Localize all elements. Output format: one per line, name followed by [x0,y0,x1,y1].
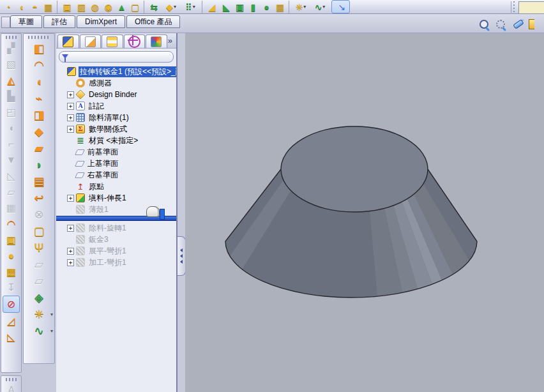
tree-item[interactable]: + 除料清單(1) [56,112,176,123]
boundary-icon[interactable]: ▙ [1,88,21,104]
extrude-ref-icon[interactable]: ▧ [1,56,21,72]
tree-item[interactable]: + 前基準面 [56,146,176,158]
forming-tool-icon[interactable]: ▣ [1,232,21,248]
toolbar-drag-handle[interactable] [511,1,517,13]
tree-item[interactable]: + 右基準面 [56,169,176,181]
commandmanager-tab[interactable]: DimXpert [77,15,125,28]
tree-item[interactable]: + 除料-旋轉1 [56,222,176,234]
jog-icon[interactable]: ⌁ [24,90,54,107]
clipped-tool-icon[interactable] [529,19,540,31]
expand-toggle[interactable]: + [67,91,74,98]
revolved-cut-icon[interactable]: ◉ [102,1,115,13]
draft-icon[interactable]: ◣ [220,1,233,13]
propertymanager-tab[interactable] [80,34,102,48]
displaymanager-tab[interactable] [146,34,167,48]
tree-item[interactable]: + 塡料-伸長1 [56,192,176,204]
fillet-icon[interactable]: ◆ [162,1,181,13]
plane-tool-icon[interactable]: ▱ [1,184,21,200]
expand-toggle[interactable]: + [67,114,74,121]
reference-geometry-icon[interactable]: ✳ [289,1,310,13]
base-flange-icon[interactable]: ◧ [24,40,54,57]
flatten-tool-icon[interactable]: ◺ [1,168,21,184]
expand-toggle[interactable]: + [67,248,74,255]
tab-feature-icon[interactable]: ▤ [24,173,54,190]
wrap-icon[interactable]: ▤ [42,1,55,13]
corner-trim-icon[interactable]: ▱ [24,256,54,273]
sketched-bend-icon[interactable]: ◖ [24,73,54,90]
swept-boss-icon[interactable]: ◔ [1,1,15,13]
flat-pattern-icon[interactable]: ▰ [24,140,54,156]
no-bends-icon[interactable]: ⊘ [3,296,20,313]
sweep-icon[interactable]: ◖ [1,120,21,136]
expand-toggle[interactable]: + [67,103,74,110]
miter-flange-icon[interactable]: ◆ [24,123,54,140]
mirror-icon[interactable]: ▤ [273,1,287,13]
curve-wrap-icon[interactable]: ◖ [15,1,28,13]
zoom-fit-icon[interactable] [495,19,507,31]
fold-icon[interactable]: ◿ [1,313,21,329]
dome2-icon[interactable]: ● [260,1,273,13]
sphere-tool-icon[interactable]: ● [1,248,21,264]
tree-item[interactable]: + 鈑金3 [56,234,176,245]
extruded-cut-icon[interactable]: ▣ [57,1,75,13]
lofted-flange-icon[interactable]: ◭ [1,72,21,88]
panel-tabs-overflow-chevron[interactable]: » [168,36,172,45]
toolbar-grip[interactable] [6,378,17,381]
pattern-icon[interactable]: ⠿ [181,1,200,13]
vent-icon[interactable]: ▦ [1,264,21,280]
bend-icon[interactable]: ↩ [24,190,54,206]
vee-icon[interactable]: ▼ [1,152,21,168]
swept-flange-icon[interactable]: ◗ [24,156,54,173]
instant3d-icon[interactable]: ↘ [331,0,350,13]
expand-toggle[interactable]: + [67,195,74,202]
boundary-cut-icon[interactable]: ▢ [128,1,142,13]
swept-cut-icon[interactable]: ◍ [88,1,102,13]
expand-toggle[interactable]: + [67,259,74,266]
intersect-icon[interactable]: ▮ [246,1,260,13]
lofted-cut-icon[interactable]: ▲ [115,1,128,13]
featuremanager-tab[interactable] [57,34,79,48]
shell-tool-icon[interactable]: ▣ [233,1,246,13]
wizard-hole-icon[interactable]: ▨ [75,1,88,13]
view-marker-icon[interactable] [512,19,524,31]
toolbar-grip[interactable] [6,36,17,39]
tree-item[interactable]: + 展平-彎折1 [56,245,176,257]
dome-icon[interactable]: ◓ [28,1,42,13]
toolbar-grip[interactable] [28,36,50,39]
dimxpertmanager-tab[interactable] [124,34,146,48]
configurationmanager-tab[interactable] [102,34,123,48]
curves2-icon[interactable]: ∿ [24,322,54,339]
corner-icon[interactable]: ◰ [1,104,21,120]
move-face-icon[interactable]: ⇆ [144,1,162,13]
filter-input[interactable] [59,51,174,63]
tree-item[interactable]: + [56,216,176,221]
tree-item[interactable]: + 加工-彎折1 [56,257,176,268]
tree-item[interactable]: + 感測器 [56,77,176,89]
graphics-viewport[interactable] [185,33,544,392]
edge-flange-icon[interactable]: ◨ [24,107,54,123]
unfold-box-icon[interactable]: ▢ [24,223,54,239]
tree-item[interactable]: + Design Binder [56,89,176,100]
pipe-icon[interactable]: ⌐ [1,136,21,152]
zoom-area-icon[interactable] [479,19,490,31]
rib-icon[interactable]: ◢ [202,1,220,13]
rip-icon[interactable]: Ψ [24,239,54,256]
unfold-icon[interactable]: ◺ [1,329,21,345]
grid-tool-icon[interactable]: ▦ [1,200,21,216]
lofted-bend-icon[interactable]: ◠ [24,57,54,73]
no-bend-icon[interactable]: ⊗ [24,206,54,223]
commandmanager-tab[interactable]: 評估 [43,15,75,28]
commandmanager-tab[interactable]: 草圖 [10,15,42,28]
expand-toggle[interactable]: + [67,126,74,133]
tree-item[interactable]: + 數學關係式 [56,123,176,135]
tree-item[interactable]: + 材質 <未指定> [56,135,176,146]
note-icon[interactable]: A [1,382,21,392]
commandmanager-tab[interactable]: Office 產品 [126,15,180,28]
expand-toggle[interactable]: + [67,225,74,232]
tree-item[interactable]: + 註記 [56,100,176,112]
insert-bends-icon[interactable]: ↧ [1,280,21,296]
tree-item[interactable]: + 原點 [56,181,176,192]
weldment-icon[interactable]: ◈ [24,289,54,306]
ref-geometry2-icon[interactable]: ✳ [24,306,54,322]
break-corner-icon[interactable]: ▱ [24,273,54,289]
